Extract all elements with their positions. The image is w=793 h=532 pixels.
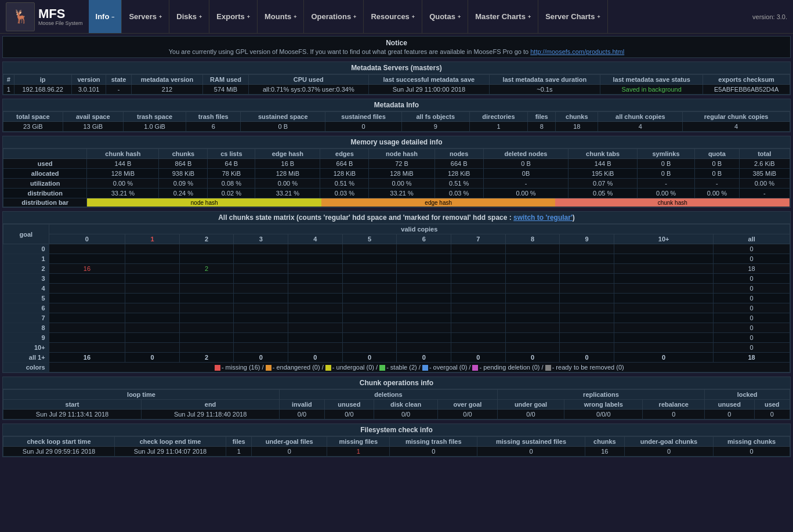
switch-link[interactable]: switch to 'regular' — [513, 213, 573, 222]
td-goal-8: 8 — [3, 323, 49, 333]
nav-item-resources[interactable]: Resources + — [364, 0, 422, 33]
nav-item-exports[interactable]: Exports + — [209, 0, 258, 33]
td-fs-chunks: 16 — [585, 447, 624, 457]
td-used-nodes: 664 B — [434, 159, 483, 169]
td-exports-checksum: E5ABFEBB6AB52D4A — [703, 85, 790, 95]
td-goal-6: 6 — [3, 303, 49, 313]
dist-seg-node-hash: node hash — [87, 198, 321, 207]
th-all-chunk-copies: all chunk copies — [598, 112, 683, 122]
th-vc-all: all — [714, 234, 790, 244]
th-all-fs-objects: all fs objects — [401, 112, 469, 122]
td-last-save: Sun Jul 29 11:00:00 2018 — [369, 85, 490, 95]
td-missing-trash-files: 0 — [390, 447, 477, 457]
th-ram-used: RAM used — [203, 75, 248, 85]
td-goal-3: 3 — [3, 274, 49, 284]
td-alloc-chunk-tabs: 195 KiB — [569, 169, 638, 179]
td-over-goal: 0/0 — [438, 410, 498, 419]
chunks-matrix-table: goal valid copies 0 1 2 3 4 5 6 7 8 9 10… — [3, 224, 790, 372]
table-row: allocated 128 MiB 938 KiB 78 KiB 128 MiB… — [3, 169, 790, 179]
td-used-edges: 664 B — [320, 159, 369, 169]
td-dist-bar: node hash edge hash chunk hash — [87, 198, 790, 207]
th-wrong-labels: wrong labels — [564, 400, 643, 410]
th-sustained-files: sustained files — [325, 112, 402, 122]
td-used-deleted-nodes: 0 B — [483, 159, 569, 169]
nav-item-disks[interactable]: Disks + — [169, 0, 209, 33]
table-row: utilization 0.00 % 0.09 % 0.08 % 0.00 % … — [3, 179, 790, 189]
color-undergoal: - undergoal (0) — [325, 364, 374, 371]
th-undergoal-files: under-goal files — [252, 437, 327, 447]
nav-item-server-charts[interactable]: Server Charts + — [538, 0, 608, 33]
td-used-chunks: 864 B — [159, 159, 208, 169]
td-used-quota: 0 B — [695, 159, 739, 169]
logo-text: MFS Moose File System — [38, 8, 83, 26]
th-save-status: last metadata save status — [600, 75, 703, 85]
td-check-start: Sun Jul 29 09:59:16 2018 — [3, 447, 115, 457]
td-dist-edge-hash: 33.21 % — [255, 189, 320, 198]
td-alloc-chunks: 938 KiB — [159, 169, 208, 179]
td-trash-space: 1.0 GiB — [123, 122, 186, 132]
th-metadata-version: metadata version — [131, 75, 203, 85]
td-dist-chunk-hash: 33.21 % — [87, 189, 159, 198]
th-vc-0: 0 — [49, 234, 125, 244]
td-goal-9: 9 — [3, 333, 49, 343]
th-save-duration: last metadata save duration — [489, 75, 600, 85]
td-check-end: Sun Jul 29 11:04:07 2018 — [115, 447, 226, 457]
th-chunks: chunks — [159, 149, 208, 159]
th-vc-9: 9 — [560, 234, 614, 244]
th-check-end: check loop end time — [115, 437, 226, 447]
dist-seg-chunk-hash: chunk hash — [555, 198, 790, 207]
th-locked: locked — [705, 390, 790, 400]
td-util-deleted-nodes: - — [483, 179, 569, 189]
chunks-matrix-title: All chunks state matrix (counts 'regular… — [3, 212, 790, 224]
nav-arrow-info: – — [111, 14, 114, 20]
nav-item-operations[interactable]: Operations + — [304, 0, 364, 33]
td-loop-end: Sun Jul 29 11:18:40 2018 — [142, 410, 280, 419]
td-all-chunk-copies: 4 — [598, 122, 683, 132]
th-files: files — [528, 112, 556, 122]
nav-item-mounts[interactable]: Mounts + — [258, 0, 304, 33]
td-dist-label: distribution — [3, 189, 87, 198]
td-ip: 192.168.96.22 — [14, 85, 71, 95]
td-missing-files: 1 — [327, 447, 390, 457]
nav-item-info[interactable]: Info – — [89, 0, 122, 33]
td-used-chunk-hash: 144 B — [87, 159, 159, 169]
metadata-servers-table: # ip version state metadata version RAM … — [3, 74, 790, 95]
fs-check-header-row: check loop start time check loop end tim… — [3, 437, 790, 447]
th-vc-8: 8 — [505, 234, 560, 244]
notice-link[interactable]: http://moosefs.com/products.html — [530, 48, 624, 55]
td-util-cs-lists: 0.08 % — [208, 179, 255, 189]
metadata-servers-title: Metadata Servers (masters) — [3, 62, 790, 74]
th-fs-chunks: chunks — [585, 437, 624, 447]
table-row: 50 — [3, 294, 790, 303]
metadata-servers-header-row: # ip version state metadata version RAM … — [3, 75, 790, 85]
nav-arrow-operations: + — [353, 14, 356, 20]
td-avail-space: 13 GiB — [63, 122, 123, 132]
notice-text: You are currently using GPL version of M… — [8, 48, 785, 55]
th-unused: unused — [324, 400, 374, 410]
th-goal: goal — [3, 225, 49, 244]
td-state: - — [106, 85, 131, 95]
td-sustained-space: 0 B — [241, 122, 325, 132]
nav-arrow-master-charts: + — [528, 14, 531, 20]
table-row: 70 — [3, 313, 790, 323]
table-row: 60 — [3, 303, 790, 313]
td-used-chunk-tabs: 144 B — [569, 159, 638, 169]
nav-item-quotas[interactable]: Quotas + — [422, 0, 468, 33]
td-undergoal-chunks: 0 — [624, 447, 713, 457]
chunk-ops-header-row2: start end invalid unused disk clean over… — [3, 400, 790, 410]
td-util-chunk-tabs: 0.07 % — [569, 179, 638, 189]
th-vc-6: 6 — [397, 234, 451, 244]
nav-item-servers[interactable]: Servers + — [122, 0, 169, 33]
nav-label-quotas: Quotas — [429, 12, 455, 21]
td-goal-7: 7 — [3, 313, 49, 323]
nav-item-master-charts[interactable]: Master Charts + — [468, 0, 538, 33]
th-edge-hash: edge hash — [255, 149, 320, 159]
brand-sub: Moose File System — [38, 20, 83, 26]
td-dist-chunks: 0.24 % — [159, 189, 208, 198]
fs-check-table: check loop start time check loop end tim… — [3, 436, 790, 457]
th-trash-space: trash space — [123, 112, 186, 122]
td-undergoal-files: 0 — [252, 447, 327, 457]
table-row: Sun Jul 29 11:13:41 2018 Sun Jul 29 11:1… — [3, 410, 790, 419]
th-total: total — [739, 149, 790, 159]
th-rebalance: rebalance — [643, 400, 705, 410]
